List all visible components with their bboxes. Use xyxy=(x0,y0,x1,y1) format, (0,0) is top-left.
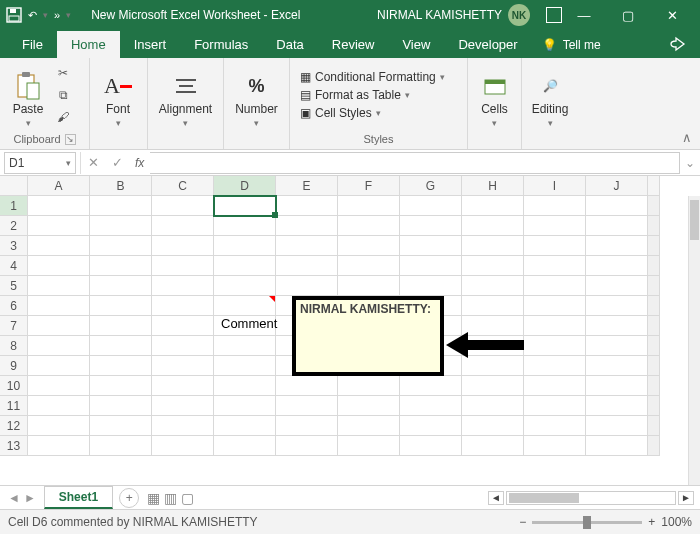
cell[interactable] xyxy=(214,436,276,456)
cell[interactable] xyxy=(462,396,524,416)
cell[interactable] xyxy=(152,236,214,256)
cell[interactable] xyxy=(90,196,152,216)
cell[interactable] xyxy=(586,276,648,296)
cell[interactable] xyxy=(152,356,214,376)
cell[interactable] xyxy=(586,416,648,436)
cell[interactable] xyxy=(524,296,586,316)
zoom-slider[interactable] xyxy=(532,521,642,524)
cell[interactable] xyxy=(338,196,400,216)
cell[interactable] xyxy=(524,236,586,256)
editing-button[interactable]: 🔎 Editing ▾ xyxy=(528,62,572,128)
cell[interactable] xyxy=(524,256,586,276)
cell[interactable] xyxy=(524,396,586,416)
row-header[interactable]: 12 xyxy=(0,416,28,436)
horizontal-scrollbar[interactable]: ◄ ► xyxy=(488,491,700,505)
alignment-button[interactable]: Alignment ▾ xyxy=(154,62,217,128)
font-button[interactable]: A Font ▾ xyxy=(96,62,140,128)
cell[interactable] xyxy=(276,196,338,216)
format-as-table-button[interactable]: ▤Format as Table▾ xyxy=(296,87,449,103)
cell[interactable] xyxy=(524,196,586,216)
tab-developer[interactable]: Developer xyxy=(444,31,531,58)
cell[interactable] xyxy=(338,236,400,256)
cell[interactable] xyxy=(586,236,648,256)
cell[interactable] xyxy=(152,216,214,236)
cell[interactable] xyxy=(462,256,524,276)
column-header[interactable]: A xyxy=(28,176,90,196)
cell[interactable] xyxy=(586,316,648,336)
cell[interactable] xyxy=(214,396,276,416)
format-painter-icon[interactable]: 🖌 xyxy=(54,108,72,126)
formula-input[interactable] xyxy=(150,152,680,174)
column-header[interactable]: C xyxy=(152,176,214,196)
cell[interactable] xyxy=(400,216,462,236)
alignment-dropdown-icon[interactable]: ▾ xyxy=(183,118,188,128)
copy-icon[interactable]: ⧉ xyxy=(54,86,72,104)
cell[interactable] xyxy=(586,256,648,276)
column-header[interactable]: D xyxy=(214,176,276,196)
number-button[interactable]: % Number ▾ xyxy=(230,62,283,128)
cell[interactable] xyxy=(524,416,586,436)
column-header[interactable]: F xyxy=(338,176,400,196)
cell[interactable] xyxy=(524,356,586,376)
cell[interactable] xyxy=(152,416,214,436)
row-header[interactable]: 2 xyxy=(0,216,28,236)
select-all-corner[interactable] xyxy=(0,176,28,196)
cell[interactable] xyxy=(276,376,338,396)
cell[interactable] xyxy=(400,436,462,456)
row-header[interactable]: 6 xyxy=(0,296,28,316)
cell[interactable] xyxy=(214,376,276,396)
clipboard-launcher-icon[interactable]: ↘ xyxy=(65,134,76,145)
row-header[interactable]: 10 xyxy=(0,376,28,396)
cell[interactable] xyxy=(90,396,152,416)
normal-view-icon[interactable]: ▦ xyxy=(147,490,160,506)
tab-file[interactable]: File xyxy=(8,31,57,58)
cell[interactable] xyxy=(524,436,586,456)
qat-more-icon[interactable]: » xyxy=(54,9,60,21)
paste-dropdown-icon[interactable]: ▾ xyxy=(26,118,31,128)
comment-popup[interactable]: NIRMAL KAMISHETTY: xyxy=(292,296,444,376)
cell[interactable] xyxy=(462,196,524,216)
conditional-formatting-button[interactable]: ▦Conditional Formatting▾ xyxy=(296,69,449,85)
cell[interactable] xyxy=(28,376,90,396)
enter-formula-icon[interactable]: ✓ xyxy=(105,152,129,174)
cell[interactable] xyxy=(462,236,524,256)
cell[interactable] xyxy=(276,216,338,236)
tab-home[interactable]: Home xyxy=(57,31,120,58)
column-header[interactable]: I xyxy=(524,176,586,196)
cell[interactable] xyxy=(28,396,90,416)
cell[interactable] xyxy=(586,216,648,236)
cell[interactable] xyxy=(90,276,152,296)
cell[interactable] xyxy=(400,196,462,216)
cell[interactable] xyxy=(462,416,524,436)
cell[interactable] xyxy=(400,396,462,416)
cell[interactable] xyxy=(214,336,276,356)
row-header[interactable]: 13 xyxy=(0,436,28,456)
cell[interactable] xyxy=(90,416,152,436)
cell[interactable] xyxy=(524,376,586,396)
cell[interactable] xyxy=(152,296,214,316)
cell[interactable] xyxy=(338,416,400,436)
cut-icon[interactable]: ✂ xyxy=(54,64,72,82)
cell[interactable] xyxy=(28,276,90,296)
cell[interactable] xyxy=(214,356,276,376)
undo-icon[interactable]: ↶ xyxy=(28,9,37,22)
avatar[interactable]: NK xyxy=(508,4,530,26)
tab-review[interactable]: Review xyxy=(318,31,389,58)
save-icon[interactable] xyxy=(6,7,22,23)
zoom-in-button[interactable]: + xyxy=(648,515,655,529)
cell[interactable] xyxy=(524,276,586,296)
minimize-button[interactable]: — xyxy=(562,0,606,30)
zoom-out-button[interactable]: − xyxy=(519,515,526,529)
cell[interactable] xyxy=(152,436,214,456)
cell[interactable] xyxy=(152,276,214,296)
cell[interactable] xyxy=(214,256,276,276)
cell[interactable] xyxy=(28,296,90,316)
cell[interactable] xyxy=(214,216,276,236)
cell[interactable] xyxy=(462,376,524,396)
row-header[interactable]: 1 xyxy=(0,196,28,216)
cell[interactable] xyxy=(90,296,152,316)
cell[interactable] xyxy=(214,296,276,316)
sheet-tab[interactable]: Sheet1 xyxy=(44,486,113,509)
cell[interactable] xyxy=(462,436,524,456)
expand-formula-bar-icon[interactable]: ⌄ xyxy=(680,156,700,170)
